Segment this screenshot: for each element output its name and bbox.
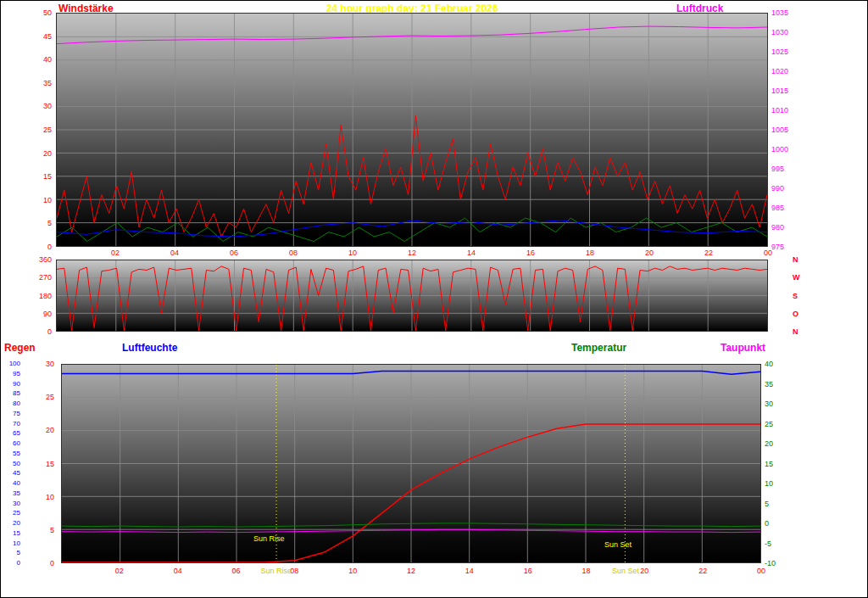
bottom-time-axis: 020406081012141618202200Sun RiseSun Set xyxy=(61,567,761,577)
time-tick-label: 02 xyxy=(103,249,128,257)
tick-label: -5 xyxy=(765,539,788,548)
tick-label: W xyxy=(793,273,804,282)
tick-label: 980 xyxy=(771,223,798,232)
tick-label: 25 xyxy=(765,420,788,428)
tick-label: 95 xyxy=(1,370,20,378)
tick-label: 1000 xyxy=(771,145,798,154)
time-tick-label: 18 xyxy=(577,249,603,257)
tick-label: 50 xyxy=(1,460,20,468)
temperature-label: Temperatur xyxy=(571,342,626,354)
tick-label: 45 xyxy=(1,469,20,478)
pressure-right-axis: 1035103010251020101510101005100099599098… xyxy=(771,13,798,247)
tick-label: 60 xyxy=(1,439,20,448)
tick-label: 75 xyxy=(1,410,20,418)
dewpoint-label: Taupunkt xyxy=(721,342,765,354)
weather-graph-window: Windstärke 24 hour graph day: 21 Februar… xyxy=(0,0,868,598)
time-tick-label: 22 xyxy=(690,567,715,575)
time-tick-label: 06 xyxy=(221,249,247,257)
tick-label: 30 xyxy=(765,400,788,408)
tick-label: 995 xyxy=(771,165,798,173)
wind-and-pressure-svg xyxy=(57,14,767,246)
tick-label: S xyxy=(793,292,804,300)
humidity-label: Luftfeuchte xyxy=(122,342,177,354)
tick-label: 70 xyxy=(1,420,20,428)
tick-label: 1010 xyxy=(771,106,798,115)
time-tick-label: 02 xyxy=(107,567,132,575)
tick-label: 360 xyxy=(25,255,52,264)
tick-label: 15 xyxy=(1,529,20,538)
sunset-axis-label: Sun Set xyxy=(606,567,645,575)
tick-label: 270 xyxy=(25,273,52,282)
time-tick-label: 16 xyxy=(518,249,543,257)
tick-label: 5 xyxy=(25,219,52,227)
time-tick-label: 00 xyxy=(748,567,774,575)
time-tick-label: 22 xyxy=(696,249,721,257)
direction-left-axis: 360270180900 xyxy=(25,260,52,332)
wind-left-axis: 50454035302520151050 xyxy=(25,13,52,247)
tick-label: 180 xyxy=(25,292,52,300)
tick-label: 1020 xyxy=(771,67,798,75)
time-tick-label: 14 xyxy=(457,567,482,575)
tick-label: 85 xyxy=(1,389,20,398)
tick-label: 990 xyxy=(771,184,798,193)
tick-label: 35 xyxy=(765,380,788,388)
time-tick-label: 12 xyxy=(398,567,424,575)
tick-label: 1025 xyxy=(771,48,798,56)
tick-label: 20 xyxy=(765,439,788,448)
tick-label: 0 xyxy=(765,519,788,528)
time-tick-label: 10 xyxy=(340,567,365,575)
rain-humidity-temperature-svg xyxy=(62,365,760,562)
tick-label: 20 xyxy=(25,149,52,158)
tick-label: 15 xyxy=(25,172,52,181)
temperature-right-axis: 4035302520151050-5-10 xyxy=(765,364,788,563)
tick-label: 50 xyxy=(25,8,52,17)
tick-label: 1035 xyxy=(771,8,798,17)
rain-left-axis: 302520151050 xyxy=(35,364,54,563)
sunset-marker-label: Sun Set xyxy=(604,540,632,549)
tick-label: 10 xyxy=(1,539,20,548)
tick-label: 40 xyxy=(1,479,20,488)
top-time-axis: 020406081012141618202200 xyxy=(56,249,768,259)
tick-label: 0 xyxy=(35,559,54,567)
tick-label: N xyxy=(793,255,804,264)
time-tick-label: 04 xyxy=(165,567,191,575)
tick-label: 985 xyxy=(771,204,798,212)
tick-label: 30 xyxy=(35,360,54,368)
tick-label: 1030 xyxy=(771,28,798,36)
humidity-left-axis: 1009590858075706560555045403530252015105… xyxy=(1,364,20,563)
tick-label: 20 xyxy=(1,519,20,528)
wind-pressure-chart xyxy=(56,13,768,247)
tick-label: 40 xyxy=(25,55,52,64)
tick-label: 65 xyxy=(1,429,20,438)
tick-label: 25 xyxy=(1,509,20,517)
compass-letters: NWSON xyxy=(793,260,804,332)
wind-direction-chart xyxy=(56,260,768,332)
tick-label: N xyxy=(793,327,804,336)
rain-humidity-temperature-chart: Sun Rise Sun Set xyxy=(61,364,761,563)
tick-label: 45 xyxy=(25,32,52,41)
tick-label: 5 xyxy=(1,549,20,557)
tick-label: 10 xyxy=(35,493,54,501)
rain-label: Regen xyxy=(4,342,36,354)
tick-label: 80 xyxy=(1,400,20,408)
sunrise-axis-label: Sun Rise xyxy=(257,567,296,575)
tick-label: 10 xyxy=(765,479,788,488)
tick-label: 0 xyxy=(25,327,52,336)
time-tick-label: 00 xyxy=(755,249,781,257)
tick-label: 15 xyxy=(35,460,54,468)
tick-label: 90 xyxy=(25,310,52,318)
tick-label: 15 xyxy=(765,460,788,468)
tick-label: 20 xyxy=(35,426,54,434)
tick-label: 25 xyxy=(25,126,52,134)
time-tick-label: 14 xyxy=(459,249,484,257)
time-tick-label: 16 xyxy=(515,567,541,575)
tick-label: 25 xyxy=(35,393,54,401)
tick-label: 30 xyxy=(25,102,52,110)
tick-label: O xyxy=(793,310,804,318)
time-tick-label: 06 xyxy=(224,567,249,575)
sunrise-marker-label: Sun Rise xyxy=(253,534,285,543)
tick-label: 1015 xyxy=(771,87,798,95)
tick-label: 0 xyxy=(1,559,20,567)
tick-label: 35 xyxy=(25,79,52,87)
time-tick-label: 20 xyxy=(637,249,662,257)
